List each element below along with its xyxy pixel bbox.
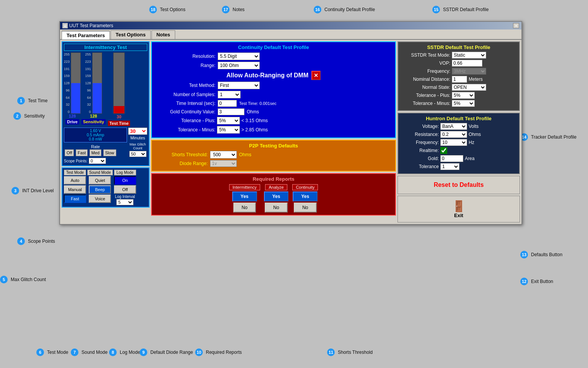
sstdr-vop-input[interactable] xyxy=(452,60,482,67)
p2p-title: P2P Testing Defaults xyxy=(154,143,393,149)
annotation-1: 1 Test Time xyxy=(17,97,47,105)
intermittency-no[interactable]: No xyxy=(233,203,256,213)
rate-slow[interactable]: Slow xyxy=(103,149,116,156)
continuity-yes[interactable]: Yes xyxy=(293,191,318,201)
huntron-voltage-unit: Volts xyxy=(469,124,479,129)
huntron-frequency-select[interactable]: 10100 xyxy=(440,139,467,146)
report-continuity-title: Continuity xyxy=(292,184,318,190)
tab-test-options[interactable]: Test Options xyxy=(111,30,150,39)
huntron-tolerance-label: Tolerance xyxy=(401,164,439,169)
test-time-fill xyxy=(114,106,124,113)
reset-button[interactable]: Reset to Defaults xyxy=(431,178,487,191)
sstdr-mode-label: SSTDR Test Mode: xyxy=(401,52,450,58)
huntron-gold-row: Gold: Area xyxy=(401,155,517,162)
continuity-no[interactable]: No xyxy=(294,203,316,213)
sstdr-normal-label: Normal State: xyxy=(401,85,450,90)
sound-mode-title: Sound Mode xyxy=(87,170,113,175)
max-glitch-select[interactable]: 50100 xyxy=(129,151,147,157)
sstdr-title: SSTDR Default Test Profile xyxy=(401,44,517,50)
test-mode-auto[interactable]: Auto xyxy=(64,176,86,185)
log-mode-on[interactable]: On xyxy=(114,176,136,185)
sstdr-tol-minus-label: Tolerance - Minus: xyxy=(401,101,450,106)
sstdr-tol-minus-select[interactable]: 5%10% xyxy=(452,100,475,107)
annotation-7: 7 Sound Mode xyxy=(71,348,108,356)
sstdr-dist-row: Nominal Distance: Meters xyxy=(401,76,517,83)
tol-plus-calc: < 3.15 Ohms xyxy=(241,118,268,123)
main-window: 🖥 UUT Test Parameters ✕ Test Parameters … xyxy=(59,21,522,225)
tab-notes[interactable]: Notes xyxy=(151,30,175,39)
sstdr-normal-row: Normal State: OPENSHORT xyxy=(401,84,517,91)
tol-minus-calc: > 2.85 Ohms xyxy=(241,127,268,132)
annotation-12: 12 Exit Button xyxy=(520,278,553,285)
log-mode-off[interactable]: Off xyxy=(114,185,136,194)
samples-row: Number of Samples: 15 xyxy=(154,91,393,98)
huntron-gold-input[interactable] xyxy=(440,155,463,162)
huntron-tolerance-select[interactable]: 125 xyxy=(440,163,459,170)
huntron-frequency-label: Frequency: xyxy=(401,140,439,145)
rate-med[interactable]: Med xyxy=(90,149,101,156)
close-button[interactable]: ✕ xyxy=(513,23,519,28)
huntron-resistance-label: Resistance: xyxy=(401,132,439,137)
test-mode-manual[interactable]: Manual xyxy=(64,185,86,194)
scope-points-label: Scope Points: xyxy=(64,159,88,163)
test-time-display: Test Time: 0.001sec xyxy=(239,101,277,106)
annotation-4: 4 Scope Points xyxy=(17,237,55,245)
samples-label: Number of Samples: xyxy=(154,92,215,97)
sensitivity-bar[interactable] xyxy=(92,52,102,114)
sstdr-freq-select: 3MHz xyxy=(452,68,486,75)
analyze-yes[interactable]: Yes xyxy=(264,191,289,201)
resolution-select[interactable]: 5.5 Digit6.5 Digit xyxy=(218,52,260,60)
sstdr-dist-input[interactable] xyxy=(452,76,467,83)
exit-icon: 🚪 xyxy=(452,200,466,213)
test-mode-fast[interactable]: Fast xyxy=(64,195,86,203)
log-interval-select[interactable]: 51015 xyxy=(116,199,134,205)
rate-off[interactable]: Off xyxy=(65,149,74,156)
drive-bar[interactable] xyxy=(71,52,81,114)
sstdr-normal-select[interactable]: OPENSHORT xyxy=(452,84,486,91)
rate-fast[interactable]: Fast xyxy=(76,149,88,156)
analyze-no[interactable]: No xyxy=(265,203,287,213)
exit-button[interactable]: Exit xyxy=(454,213,463,218)
reports-box: Required Reports Intermittency Yes No An… xyxy=(151,173,396,216)
tol-plus-select[interactable]: 5%10% xyxy=(217,117,240,124)
intermittency-yes[interactable]: Yes xyxy=(232,191,257,201)
tol-minus-row: Tolerance - Minus: 5%10% > 2.85 Ohms xyxy=(154,126,393,134)
log-mode-group: Log Mode On Off Log Interval 51015 xyxy=(114,170,136,205)
annotation-5: 5 Max Glitch Count xyxy=(0,276,46,283)
log-interval-row: Log Interval 51015 xyxy=(115,195,135,205)
report-continuity: Continuity Yes No xyxy=(292,184,318,213)
huntron-voltage-label: Voltage: xyxy=(401,124,439,129)
huntron-voltage-select[interactable]: BanABanB xyxy=(440,123,467,130)
sound-mode-quiet[interactable]: Quiet xyxy=(89,176,111,185)
continuity-title: Continuity Default Test Profile xyxy=(154,44,393,50)
test-method-select[interactable]: FirstAverage xyxy=(218,82,260,89)
time-interval-input[interactable] xyxy=(218,100,237,107)
annotation-6: 6 Test Mode xyxy=(36,348,68,356)
annotation-17: 17 Notes xyxy=(222,6,244,13)
sensitivity-value: 128 xyxy=(90,114,97,118)
test-mode-title: Test Mode xyxy=(64,170,86,175)
sstdr-mode-select[interactable]: StaticDynamic xyxy=(452,52,486,59)
reports-cols: Intermittency Yes No Analyze Yes No Cont… xyxy=(154,184,393,213)
sstdr-tol-plus-label: Tolerance - Plus: xyxy=(401,93,450,98)
tol-minus-select[interactable]: 5%10% xyxy=(217,126,240,134)
samples-select[interactable]: 15 xyxy=(218,91,241,98)
shorts-select[interactable]: 5001000 xyxy=(210,151,237,159)
sstdr-tol-plus-select[interactable]: 5%10% xyxy=(452,92,475,99)
range-select[interactable]: 100 Ohm1k Ohm xyxy=(218,62,260,69)
test-time-label: Test Time xyxy=(108,121,130,126)
sstdr-tol-minus-row: Tolerance - Minus: 5%10% xyxy=(401,100,517,107)
exit-box: 🚪 Exit xyxy=(397,196,520,222)
tab-test-parameters[interactable]: Test Parameters xyxy=(62,31,110,39)
annotation-16: 16 Continuity Default Profile xyxy=(314,6,375,13)
auto-range-toggle[interactable]: ✕ xyxy=(311,71,321,80)
test-time-bar[interactable] xyxy=(113,52,125,114)
sound-mode-beep[interactable]: Beep xyxy=(89,185,111,194)
huntron-resistance-select[interactable]: 0.20.5 xyxy=(440,131,467,138)
huntron-realtime-check[interactable] xyxy=(440,147,447,154)
sound-mode-voice[interactable]: Voice xyxy=(89,195,111,203)
gold-value-input[interactable] xyxy=(218,108,244,115)
huntron-frequency-row: Frequency: 10100 Hz xyxy=(401,139,517,146)
scope-points-select[interactable]: 012 xyxy=(89,158,106,164)
time-select[interactable]: 3060 xyxy=(128,128,147,135)
